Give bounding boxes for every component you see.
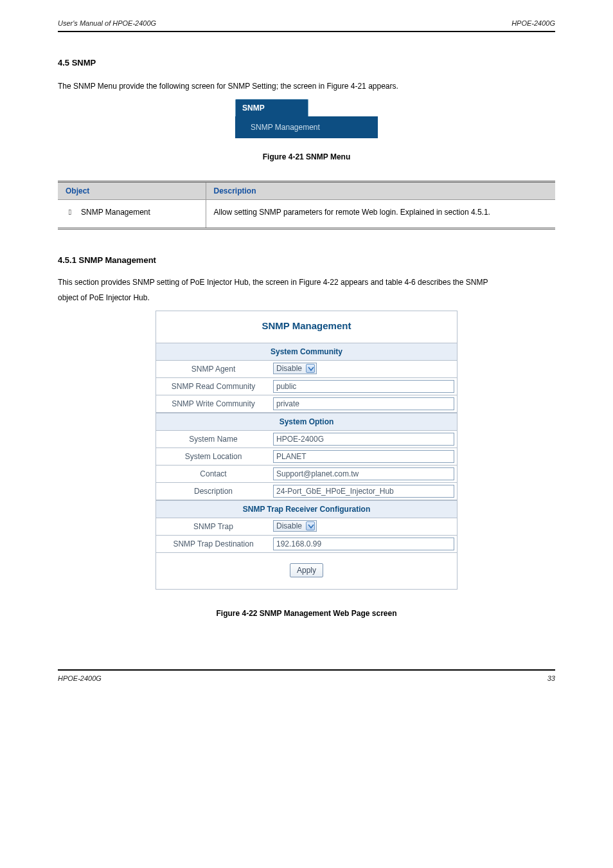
footer-page-number: 33 <box>547 674 555 682</box>
snmp-management-panel: SNMP Management System Community SNMP Ag… <box>155 311 458 590</box>
header-left: User's Manual of HPOE-2400G <box>58 19 156 27</box>
chevron-down-icon <box>306 364 315 373</box>
input-contact[interactable] <box>273 467 454 480</box>
label-system-name: System Name <box>156 431 271 448</box>
label-snmp-agent: SNMP Agent <box>156 361 271 377</box>
row-description: Allow setting SNMP parameters for remote… <box>206 199 555 228</box>
chevron-down-icon <box>306 521 315 530</box>
input-description[interactable] <box>273 485 454 498</box>
nav-item-snmp-management[interactable]: SNMP Management <box>235 116 378 138</box>
label-contact: Contact <box>156 466 271 482</box>
select-snmp-trap-value: Disable <box>276 521 302 530</box>
page-footer: HPOE-2400G 33 <box>58 669 555 682</box>
subsection-heading: 4.5.1 SNMP Management <box>58 255 555 265</box>
bullet-icon:  <box>66 208 75 217</box>
header-right: HPOE-2400G <box>511 19 555 27</box>
select-snmp-agent[interactable]: Disable <box>273 363 317 374</box>
input-system-location[interactable] <box>273 450 454 463</box>
input-read-community[interactable] <box>273 380 454 393</box>
panel-title: SNMP Management <box>156 311 457 343</box>
input-trap-destination[interactable] <box>273 538 454 550</box>
apply-button[interactable]: Apply <box>290 563 323 577</box>
section-intro: The SNMP Menu provide the following scre… <box>58 80 555 93</box>
label-write-community: SNMP Write Community <box>156 395 271 412</box>
label-trap-destination: SNMP Trap Destination <box>156 536 271 552</box>
page-header: User's Manual of HPOE-2400G HPOE-2400G <box>58 19 555 32</box>
label-read-community: SNMP Read Community <box>156 378 271 395</box>
table-header-description: Description <box>206 181 555 199</box>
snmp-nav-figure: SNMP SNMP Management <box>58 99 555 138</box>
figure-caption-1: Figure 4-21 SNMP Menu <box>58 152 555 161</box>
figure-caption-2: Figure 4-22 SNMP Management Web Page scr… <box>58 609 555 618</box>
table-header-object: Object <box>58 181 206 199</box>
label-system-location: System Location <box>156 448 271 465</box>
select-snmp-agent-value: Disable <box>276 364 302 373</box>
section-system-community: System Community <box>156 343 457 361</box>
input-system-name[interactable] <box>273 433 454 446</box>
section-heading: 4.5 SNMP <box>58 58 555 68</box>
footer-left: HPOE-2400G <box>58 674 102 682</box>
section-trap-config: SNMP Trap Receiver Configuration <box>156 500 457 518</box>
snmp-object-table: Object Description  SNMP Management All… <box>58 181 555 230</box>
row-label: SNMP Management <box>81 208 150 217</box>
label-snmp-trap: SNMP Trap <box>156 518 271 535</box>
select-snmp-trap[interactable]: Disable <box>273 520 317 532</box>
section-system-option: System Option <box>156 413 457 431</box>
input-write-community[interactable] <box>273 397 454 410</box>
label-description: Description <box>156 483 271 500</box>
subsection-intro-2: object of PoE Injector Hub. <box>58 292 555 304</box>
table-row:  SNMP Management Allow setting SNMP par… <box>58 199 555 228</box>
nav-tab-snmp[interactable]: SNMP <box>235 99 308 116</box>
subsection-intro-1: This section provides SNMP setting of Po… <box>58 276 555 289</box>
